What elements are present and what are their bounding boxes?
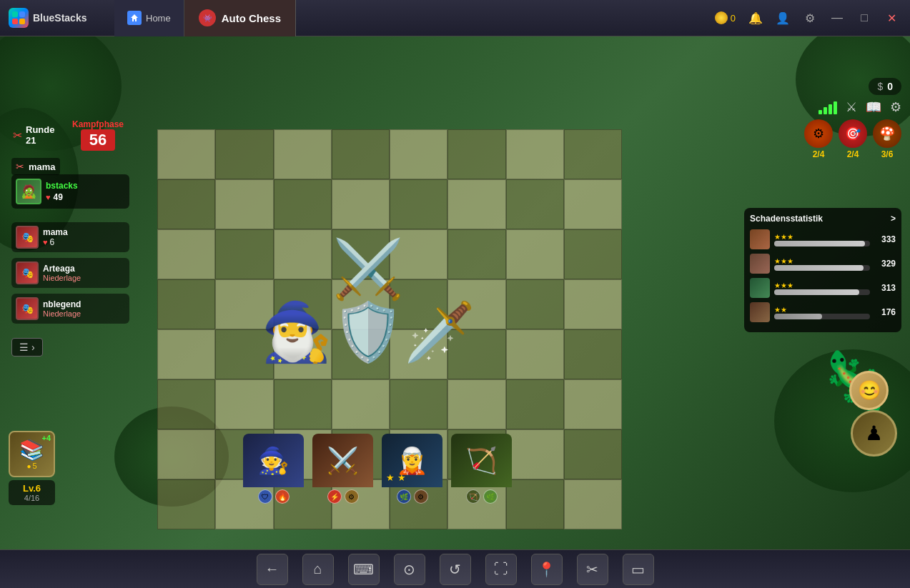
screen-record-button[interactable]: ⊙ [394,554,425,585]
minimize-button[interactable]: — [824,5,850,31]
board-cell[interactable] [506,379,564,429]
game-tab-icon: 👾 [199,9,216,26]
settings-button[interactable]: ⚙ [797,5,823,31]
board-cell[interactable] [506,229,564,279]
titlebar: BlueStacks Home 👾 Auto Chess 0 🔔 👤 ⚙ — □… [0,0,910,36]
health-value: 49 [54,192,63,202]
damage-panel-label: Schadensstatistik [750,214,823,224]
board-cell[interactable] [564,429,622,479]
gold-cost-value: 5 [32,462,36,470]
board-cell[interactable] [157,279,215,329]
board-cell[interactable] [564,379,622,429]
home-button[interactable]: ⌂ [302,554,334,585]
rotate-button[interactable]: ↺ [440,554,471,585]
board-cell[interactable] [506,179,564,229]
units-text: 4/16 [14,494,49,502]
back-button[interactable]: ← [257,554,288,585]
damage-row-4: ★★ 176 [750,302,896,322]
menu-icon: ☰ [19,342,29,353]
bench-hero-1[interactable]: 🧙 🛡 🔥 [243,434,304,505]
location-button[interactable]: 📍 [531,554,563,585]
signal-bars [818,100,837,114]
bench-hero-1-bg: 🧙 [243,434,304,487]
board-cell[interactable] [506,279,564,329]
menu-button[interactable]: ☰ › [11,338,43,357]
synergy-icon-2: 🎯 [839,119,867,148]
round-label: Runde 21 [26,124,64,146]
svg-rect-3 [19,19,25,24]
opponent-card-nblegend[interactable]: 🎭 nblegend Niederlage [11,294,129,324]
bluestacks-icon [9,8,29,28]
board-cell[interactable] [157,429,215,479]
board-cell[interactable] [564,179,622,229]
synergy-count-2: 2/4 [847,149,859,159]
board-cell[interactable] [564,329,622,379]
coin-icon [715,11,728,24]
damage-bar-3: ★★★ [774,281,870,295]
opponent2-status: Niederlage [43,274,81,282]
maximize-button[interactable]: □ [851,5,877,31]
board-cell[interactable] [157,229,215,279]
synergy-item-1[interactable]: ⚙ 2/4 [804,119,833,159]
gold-cost: ● 5 [26,462,36,470]
board-cell[interactable] [157,179,215,229]
tablet-button[interactable]: ▭ [623,554,654,585]
board-cell[interactable] [564,229,622,279]
bench-hero-3[interactable]: 🧝 🌿 ⚙ [382,434,442,505]
hero-badge-bow: 🏹 [466,489,480,504]
damage-avatar-2 [750,254,770,274]
opponent3-info: nblegend Niederlage [43,299,81,318]
board-cell[interactable] [506,329,564,379]
dollar-icon: $ [877,81,883,92]
board-cell[interactable] [506,479,564,529]
opponent-card-arteaga[interactable]: 🎭 Arteaga Niederlage [11,258,129,288]
synergy-item-3[interactable]: 🍄 3/6 [873,119,901,159]
hero-badge-leaf: 🌿 [483,489,498,504]
shop-level-area: +4 📚 ● 5 Lv.6 4/16 [9,431,55,505]
heart-icon: ♥ [46,193,51,201]
exp-book-button[interactable]: +4 📚 ● 5 [9,431,55,477]
damage-bar-fill-1 [774,241,865,246]
damage-panel-next[interactable]: > [891,214,896,224]
coin-small-icon: ● [26,462,31,470]
damage-bar-bg-4 [774,314,870,319]
synergy-count-3: 3/6 [881,149,894,159]
close-button[interactable]: ✕ [879,5,904,31]
board-cell[interactable] [157,329,215,379]
board-cell[interactable] [564,279,622,329]
bench-hero-2-icons: ⚡ ⚙ [312,489,373,504]
bench-hero-4-bg: 🏹 [451,434,512,487]
opponent1-name: mama [43,227,68,237]
keyboard-button[interactable]: ⌨ [348,554,380,585]
profile-button[interactable]: 👤 [770,5,796,31]
board-cell[interactable] [564,129,622,179]
scissors-button[interactable]: ✂ [577,554,608,585]
damage-bar-fill-3 [774,289,859,295]
board-cell[interactable] [506,129,564,179]
opponent-card-mama[interactable]: 🎭 mama ♥ 6 [11,222,129,252]
board-cell[interactable] [157,379,215,429]
bench-hero-3-icons: 🌿 ⚙ [382,489,442,504]
player-self-card[interactable]: 🧟 bstacks ♥ 49 [11,174,129,209]
board-cell[interactable] [506,429,564,479]
synergy-item-2[interactable]: 🎯 2/4 [839,119,867,159]
opponent3-status: Niederlage [43,309,81,318]
damage-bar-fill-2 [774,265,864,271]
bench-hero-2[interactable]: ⚔️ ⚡ ⚙ [312,434,373,505]
damage-bar-bg-3 [774,289,870,295]
opponent1-info: mama ♥ 6 [43,227,68,247]
exp-plus-label: +4 [41,434,51,442]
emote-button[interactable]: 😊 [849,371,889,410]
expand-button[interactable]: ⛶ [485,554,517,585]
damage-value-4: 176 [874,307,896,317]
chess-plus-button[interactable]: ♟ [851,410,897,457]
notification-button[interactable]: 🔔 [743,5,768,31]
tab-game[interactable]: 👾 Auto Chess [184,0,296,36]
bluestacks-label: BlueStacks [33,12,86,24]
damage-bar-bg-2 [774,265,870,271]
bench-hero-4[interactable]: 🏹 🏹 🌿 [451,434,512,505]
board-cell[interactable] [157,479,215,529]
tab-home[interactable]: Home [114,0,184,36]
board-cell[interactable] [564,479,622,529]
board-cell[interactable] [157,129,215,179]
